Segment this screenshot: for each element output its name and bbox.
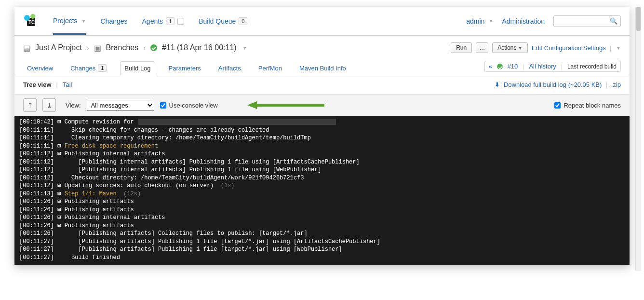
- vertical-scrollbar[interactable]: [635, 7, 641, 271]
- run-button[interactable]: Run: [451, 42, 472, 53]
- download-icon: ⬇: [495, 81, 500, 88]
- breadcrumb-build: #11 (18 Apr 16 00:11): [162, 43, 237, 52]
- chevron-down-icon: ▼: [518, 46, 523, 51]
- log-line[interactable]: [00:11:26] ⊞ Publishing internal artifac…: [19, 214, 625, 222]
- tab-changes[interactable]: Changes 1: [67, 61, 110, 75]
- log-line: [00:11:12] [Publishing internal artifact…: [19, 166, 625, 174]
- log-line: [00:11:27] [Publishing artifacts] Publis…: [19, 238, 625, 246]
- tab-build-log[interactable]: Build Log: [120, 61, 155, 75]
- actions-label: Actions: [497, 44, 516, 51]
- breadcrumb: ▤ Just A Project › ▣ Branches › #11 (18 …: [23, 43, 247, 53]
- download-log-link[interactable]: Download full build log (~20.05 KB): [504, 81, 602, 88]
- all-history-link[interactable]: All history: [529, 63, 556, 70]
- log-line: [00:11:26] [Publishing artifacts] Collec…: [19, 230, 625, 238]
- chevron-down-icon: ▼: [488, 18, 493, 24]
- download-button[interactable]: ⤓: [42, 98, 56, 112]
- tab-artifacts[interactable]: Artifacts: [215, 62, 245, 75]
- log-line[interactable]: [00:11:12] ⊟ Publishing internal artifac…: [19, 150, 625, 158]
- nav-changes[interactable]: Changes: [100, 17, 127, 25]
- download-links: ⬇ Download full build log (~20.05 KB) | …: [495, 81, 621, 88]
- log-line[interactable]: [00:11:26] ⊞ Publishing artifacts: [19, 206, 625, 214]
- agents-count-badge: 1: [166, 17, 174, 25]
- log-line[interactable]: [00:11:26] ⊟ Publishing artifacts: [19, 222, 625, 230]
- build-history-nav: « #10 | All history | Last recorded buil…: [484, 61, 621, 72]
- build-actions: Run … Actions ▼ Edit Configuration Setti…: [451, 42, 621, 53]
- branches-icon: ▣: [94, 43, 101, 53]
- scrollbar-thumb[interactable]: [636, 7, 641, 31]
- callout-arrow-icon: [247, 101, 324, 109]
- log-view-subnav: Tree view | Tail ⬇ Download full build l…: [14, 75, 630, 94]
- prev-builds-icon[interactable]: «: [489, 63, 492, 70]
- tab-overview[interactable]: Overview: [23, 62, 57, 75]
- top-nav-right: admin ▼ Administration 🔍: [466, 15, 621, 27]
- nav-queue-label: Build Queue: [199, 17, 236, 25]
- console-view-label: Use console view: [169, 102, 218, 109]
- success-icon: [497, 64, 503, 69]
- tab-perfmon[interactable]: PerfMon: [255, 62, 286, 75]
- log-line: [00:11:27] [Publishing artifacts] Publis…: [19, 245, 625, 254]
- log-line: [00:11:11] Skip checking for changes - c…: [19, 126, 625, 135]
- log-line[interactable]: [00:11:11] ⊞ Free disk space requirement: [19, 142, 625, 150]
- tree-view-toggle[interactable]: Tree view: [23, 81, 52, 88]
- log-line: [00:11:27] Build finished: [19, 254, 625, 262]
- breadcrumb-row: ▤ Just A Project › ▣ Branches › #11 (18 …: [14, 36, 630, 57]
- run-more-button[interactable]: …: [476, 42, 488, 53]
- project-icon: ▤: [23, 43, 30, 53]
- log-line[interactable]: [00:11:13] ⊞ Step 1/1: Maven (12s): [19, 190, 625, 198]
- build-log-console[interactable]: [00:10:42] ⊞ Compute revision for [00:11…: [14, 116, 630, 265]
- tab-maven[interactable]: Maven Build Info: [295, 62, 350, 75]
- tail-view-toggle[interactable]: Tail: [63, 81, 72, 88]
- nav-agents[interactable]: Agents 1: [142, 17, 185, 25]
- svg-text:TC: TC: [28, 20, 35, 25]
- chevron-down-icon: ▼: [81, 18, 86, 24]
- log-line[interactable]: [00:11:12] ⊞ Updating sources: auto chec…: [19, 182, 625, 190]
- agents-extra-badge: [177, 18, 184, 25]
- repeat-blocks-checkbox[interactable]: Repeat block names: [554, 102, 621, 109]
- repeat-blocks-input[interactable]: [554, 102, 561, 109]
- changes-count-badge: 1: [98, 64, 107, 72]
- log-controls-bar: ⤒ ⤓ View: All messages Use console view …: [14, 94, 630, 116]
- svg-marker-5: [247, 101, 257, 109]
- download-zip-link[interactable]: .zip: [611, 81, 621, 88]
- nav-build-queue[interactable]: Build Queue 0: [199, 17, 247, 25]
- queue-count-badge: 0: [239, 17, 247, 25]
- redacted-block: [138, 119, 336, 125]
- view-filter-select[interactable]: All messages: [87, 100, 154, 111]
- log-line[interactable]: [00:10:42] ⊞ Compute revision for: [19, 118, 625, 126]
- actions-dropdown[interactable]: Actions ▼: [492, 42, 528, 53]
- top-nav-links: Projects ▼ Changes Agents 1 Build Queue …: [53, 17, 247, 25]
- tab-changes-label: Changes: [70, 65, 95, 72]
- scroll-top-button[interactable]: ⤒: [23, 98, 37, 112]
- top-nav: TC Projects ▼ Changes Agents 1 Build Que…: [14, 7, 630, 36]
- breadcrumb-branches[interactable]: Branches: [106, 43, 139, 52]
- user-menu-label: admin: [466, 17, 484, 25]
- console-view-checkbox[interactable]: Use console view: [160, 102, 218, 109]
- chevron-down-icon[interactable]: ▼: [242, 45, 247, 51]
- breadcrumb-project[interactable]: Just A Project: [35, 43, 82, 52]
- search-input[interactable]: 🔍: [553, 15, 621, 27]
- tab-parameters[interactable]: Parameters: [165, 62, 205, 75]
- edit-config-link[interactable]: Edit Configuration Settings: [532, 44, 606, 52]
- repeat-blocks-label: Repeat block names: [564, 102, 621, 109]
- console-view-input[interactable]: [160, 102, 166, 109]
- nav-projects[interactable]: Projects ▼: [53, 17, 86, 35]
- build-tabs: Overview Changes 1 Build Log Parameters …: [14, 57, 630, 75]
- view-label: View:: [66, 102, 81, 109]
- log-line: [00:11:11] Clearing temporary directory:…: [19, 134, 625, 142]
- administration-link[interactable]: Administration: [502, 17, 545, 25]
- chevron-down-icon[interactable]: ▼: [616, 45, 621, 51]
- last-recorded-label: Last recorded build: [567, 63, 617, 70]
- user-menu[interactable]: admin ▼: [466, 17, 493, 25]
- nav-agents-label: Agents: [142, 17, 163, 25]
- teamcity-logo-icon: TC: [23, 14, 38, 28]
- svg-point-2: [30, 14, 35, 19]
- prev-build-link[interactable]: #10: [508, 63, 518, 70]
- app-window: TC Projects ▼ Changes Agents 1 Build Que…: [14, 7, 630, 265]
- log-line[interactable]: [00:11:26] ⊞ Publishing artifacts: [19, 198, 625, 206]
- search-icon: 🔍: [610, 17, 617, 25]
- chevron-right-icon: ›: [87, 44, 89, 52]
- chevron-right-icon: ›: [143, 44, 146, 52]
- nav-projects-label: Projects: [53, 17, 78, 25]
- log-line: [00:11:12] [Publishing internal artifact…: [19, 158, 625, 166]
- log-line: [00:11:12] Checkout directory: /home/Tea…: [19, 174, 625, 182]
